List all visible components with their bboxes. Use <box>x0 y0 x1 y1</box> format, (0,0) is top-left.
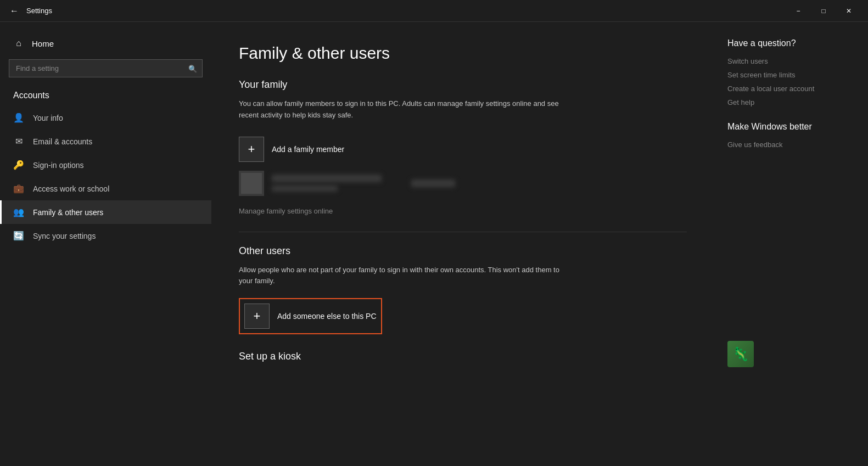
make-windows-better-title: Make Windows better <box>727 122 855 132</box>
email-icon: ✉ <box>13 136 24 147</box>
add-other-label: Add someone else to this PC <box>277 312 377 321</box>
home-icon: ⌂ <box>13 38 24 48</box>
sidebar-item-your-info[interactable]: 👤 Your info <box>0 106 211 130</box>
family-member-row <box>239 166 687 200</box>
sidebar-item-your-info-label: Your info <box>33 114 63 122</box>
get-help-link[interactable]: Get help <box>727 98 855 106</box>
sidebar-item-sync-label: Sync your settings <box>33 232 96 240</box>
sidebar-item-access-work-label: Access work or school <box>33 184 109 193</box>
add-family-label: Add a family member <box>272 145 344 154</box>
sidebar-item-sign-in-label: Sign-in options <box>33 161 84 170</box>
add-family-member-button[interactable]: + Add a family member <box>239 132 344 166</box>
add-someone-else-button[interactable]: + Add someone else to this PC <box>239 298 382 334</box>
create-local-user-link[interactable]: Create a local user account <box>727 85 855 93</box>
window-controls: − □ ✕ <box>786 0 861 22</box>
sidebar-item-email-accounts[interactable]: ✉ Email & accounts <box>0 130 211 153</box>
sync-icon: 🔄 <box>13 231 24 241</box>
close-button[interactable]: ✕ <box>836 0 861 22</box>
sidebar: ⌂ Home 🔍 Accounts 👤 Your info ✉ Email & … <box>0 22 211 466</box>
add-family-plus-icon: + <box>239 137 264 162</box>
gecko-icon: 🦎 <box>727 341 754 367</box>
search-icon: 🔍 <box>188 64 197 72</box>
sidebar-home-label: Home <box>32 39 54 48</box>
sidebar-item-home[interactable]: ⌂ Home <box>0 33 211 54</box>
sidebar-item-access-work[interactable]: 💼 Access work or school <box>0 177 211 200</box>
page-title: Family & other users <box>239 44 687 63</box>
sidebar-item-sign-in[interactable]: 🔑 Sign-in options <box>0 153 211 177</box>
screen-time-link[interactable]: Set screen time limits <box>727 71 855 79</box>
manage-family-link[interactable]: Manage family settings online <box>239 207 687 215</box>
app-title: Settings <box>26 7 786 15</box>
family-info-name <box>272 175 382 182</box>
content-area: Family & other users Your family You can… <box>211 22 714 466</box>
family-info-email <box>272 186 338 192</box>
sign-in-icon: 🔑 <box>13 160 24 170</box>
maximize-button[interactable]: □ <box>811 0 836 22</box>
main-container: ⌂ Home 🔍 Accounts 👤 Your info ✉ Email & … <box>0 22 868 466</box>
other-users-title: Other users <box>239 245 687 257</box>
your-info-icon: 👤 <box>13 113 24 123</box>
your-family-title: Your family <box>239 79 687 91</box>
your-family-description: You can allow family members to sign in … <box>239 98 568 121</box>
titlebar: ← Settings − □ ✕ <box>0 0 868 22</box>
kiosk-section: Set up a kiosk <box>239 351 687 362</box>
family-icon: 👥 <box>13 207 24 217</box>
corner-decoration: 🦎 <box>727 341 855 367</box>
minimize-button[interactable]: − <box>786 0 811 22</box>
family-info-extra <box>411 179 455 187</box>
add-other-plus-icon: + <box>244 304 270 329</box>
sidebar-item-family-label: Family & other users <box>33 208 103 217</box>
back-button[interactable]: ← <box>7 3 22 19</box>
family-avatar <box>239 171 264 196</box>
search-input[interactable] <box>9 59 203 77</box>
sidebar-item-sync[interactable]: 🔄 Sync your settings <box>0 224 211 248</box>
make-windows-better-section: Make Windows better Give us feedback <box>727 122 855 149</box>
sidebar-item-email-label: Email & accounts <box>33 137 92 146</box>
sidebar-search-container: 🔍 <box>9 59 203 77</box>
kiosk-title: Set up a kiosk <box>239 351 687 362</box>
switch-users-link[interactable]: Switch users <box>727 57 855 65</box>
section-divider <box>239 232 687 232</box>
sidebar-section-accounts: Accounts <box>0 86 211 106</box>
access-work-icon: 💼 <box>13 183 24 194</box>
sidebar-item-family-users[interactable]: 👥 Family & other users <box>0 200 211 224</box>
other-users-description: Allow people who are not part of your fa… <box>239 265 568 288</box>
give-feedback-link[interactable]: Give us feedback <box>727 141 855 149</box>
right-panel: Have a question? Switch users Set screen… <box>714 22 868 466</box>
have-question-title: Have a question? <box>727 38 855 48</box>
